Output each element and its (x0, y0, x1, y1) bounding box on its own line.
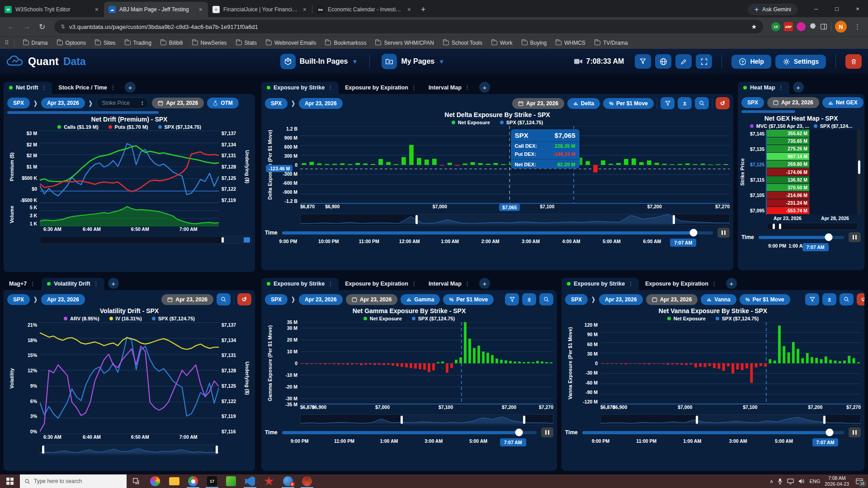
heatmap-cell[interactable]: 269.80 M (767, 160, 809, 168)
zoom-search-button[interactable] (695, 97, 709, 109)
tab-menu-icon[interactable]: ⋮ (328, 84, 333, 91)
bookmark-item[interactable]: Buying (518, 38, 551, 47)
bookmark-item[interactable]: Work (487, 38, 517, 47)
strike-range-brush[interactable] (300, 214, 730, 225)
date-pill[interactable]: Apr 23, 2026 (299, 294, 343, 305)
bookmark-item[interactable]: Bilibili (156, 38, 187, 47)
bookmark-item[interactable]: Drama (19, 38, 52, 47)
browser-tab[interactable]: WW3Schools Tryit Editor× (0, 2, 104, 17)
tab-volatility-drift[interactable]: Volatility Drift⋮ (42, 278, 104, 290)
heatmap-cell[interactable]: 355.62 M (767, 130, 809, 137)
plus-minus-button[interactable]: ± (822, 293, 836, 305)
tab-menu-icon[interactable]: ⋮ (712, 281, 717, 287)
brush-handle[interactable] (244, 237, 250, 243)
tray-clock[interactable]: 7:08 AM2026-04-23 (825, 475, 849, 487)
my-pages-button[interactable]: My Pages ▼ (382, 54, 444, 69)
add-tab-button[interactable]: + (479, 278, 490, 289)
time-slider-track[interactable] (582, 431, 844, 434)
tab-exposure-by-expiration[interactable]: Exposure by Expiration⋮ (340, 278, 422, 290)
bookmark-item[interactable]: Sites (91, 38, 120, 47)
taskbar-app-circle[interactable]: 6 (278, 474, 297, 488)
horizontal-scrollbar[interactable] (7, 111, 159, 114)
bookmark-item[interactable]: Webnovel Emails (262, 38, 320, 47)
tray-expand-icon[interactable]: ∧ (769, 479, 773, 484)
metric-pill[interactable]: Gamma (401, 294, 440, 305)
tab-close-icon[interactable]: × (406, 6, 412, 13)
globe-button[interactable] (655, 54, 671, 69)
per-move-pill[interactable]: %Per $1 Move (740, 294, 790, 305)
tab-menu-icon[interactable]: ⋮ (465, 281, 470, 287)
time-range-brush[interactable] (40, 444, 219, 455)
close-button[interactable]: × (847, 0, 868, 17)
vanna-bar-chart[interactable] (600, 322, 861, 404)
time-slider-knob[interactable] (515, 429, 523, 436)
apps-grid-icon[interactable]: ⠿ (5, 39, 9, 46)
taskbar-app-starburst[interactable] (259, 474, 278, 488)
tab-menu-icon[interactable]: ⋮ (465, 84, 470, 91)
brush-selection[interactable] (43, 445, 217, 455)
address-bar[interactable]: ⇅ v3.quantdata.us/page/custom/3bdaa9b2-c… (54, 20, 763, 33)
symbol-pill[interactable]: SPX (565, 294, 588, 305)
brush-selection[interactable] (697, 415, 824, 425)
calendar-date-pill[interactable]: Apr 23, 2026 (161, 294, 213, 305)
brush-handle[interactable] (216, 446, 218, 454)
edit-pencil-button[interactable] (675, 54, 692, 69)
bookmark-star-icon[interactable]: ★ (751, 23, 757, 30)
brush-handle[interactable] (673, 215, 675, 224)
heatmap-cell[interactable]: 987.14 M (767, 153, 809, 160)
brush-handle[interactable] (523, 416, 525, 424)
taskbar-app-green[interactable] (222, 474, 241, 488)
bookmark-item[interactable]: School Tools (439, 38, 486, 47)
forward-icon[interactable]: → (20, 20, 33, 33)
site-settings-icon[interactable]: ⇅ (61, 23, 65, 30)
filter-button[interactable] (660, 97, 675, 109)
symbol-pill[interactable]: SPX (265, 98, 288, 109)
heatmap-cell[interactable]: 275.25 M (767, 145, 809, 153)
tab-interval-map[interactable]: Interval Map⋮ (423, 82, 476, 94)
per-move-pill[interactable]: %Per $1 Move (443, 294, 494, 305)
heatmap-cell[interactable]: 370.50 M (767, 184, 809, 192)
history-reset-button[interactable]: ↺ (857, 293, 864, 305)
add-tab-button[interactable]: + (793, 82, 804, 93)
heatmap-next-expiry-column[interactable] (809, 130, 856, 215)
date-pill[interactable]: Apr 23, 2026 (41, 294, 85, 305)
gamma-bar-chart[interactable] (300, 322, 553, 404)
add-tab-button[interactable]: + (108, 278, 119, 289)
plus-minus-button[interactable]: ± (678, 97, 692, 109)
bookmark-item[interactable]: TV/Drama (590, 38, 632, 47)
bookmark-item[interactable]: Trading (121, 38, 156, 47)
heatmap-cell[interactable]: 735.65 M (767, 137, 809, 145)
brush-selection[interactable] (416, 214, 674, 225)
filter-button[interactable] (505, 293, 519, 305)
volume-chart[interactable] (40, 203, 219, 226)
help-button[interactable]: ?Help (731, 55, 771, 69)
per-move-pill[interactable]: %Per $1 Move (603, 98, 654, 109)
settings-button[interactable]: Settings (775, 55, 826, 69)
vertical-scrollbar[interactable] (858, 130, 861, 215)
tab-exposure-by-expiration[interactable]: Exposure by Expiration⋮ (340, 82, 422, 94)
speaker-icon[interactable] (798, 479, 805, 484)
symbol-pill[interactable]: SPX (265, 294, 288, 305)
filter-button[interactable] (805, 293, 819, 305)
browser-menu-icon[interactable]: ⋮ (851, 23, 863, 31)
taskbar-app-paint[interactable] (146, 474, 165, 488)
start-button[interactable] (0, 474, 20, 488)
brush-handle[interactable] (42, 446, 44, 454)
tab-net-drift[interactable]: Net Drift⋮ (4, 82, 52, 94)
heatmap-cell[interactable]: -231.24 M (767, 199, 809, 207)
calendar-date-pill[interactable]: Apr 23, 2026 (346, 294, 398, 305)
minimize-button[interactable]: – (806, 0, 826, 17)
zoom-search-button[interactable] (539, 293, 553, 305)
brush-handle[interactable] (779, 224, 781, 229)
pause-button[interactable] (717, 228, 730, 238)
tab-menu-icon[interactable]: ⋮ (328, 281, 333, 287)
calendar-date-pill[interactable]: Apr 23, 2026 (152, 98, 204, 108)
time-slider-track[interactable] (282, 431, 537, 434)
side-panel-icon[interactable] (820, 23, 827, 30)
tab-exposure-by-strike[interactable]: Exposure by Strike⋮ (561, 278, 639, 290)
otm-pill[interactable]: OTM (207, 98, 239, 108)
expiry-brush[interactable] (767, 223, 858, 230)
taskbar-search[interactable]: Type here to search (20, 474, 127, 488)
browser-tab[interactable]: ≡FinancialJuice | Your Financial U× (208, 2, 312, 17)
plus-minus-button[interactable]: ± (522, 293, 536, 305)
